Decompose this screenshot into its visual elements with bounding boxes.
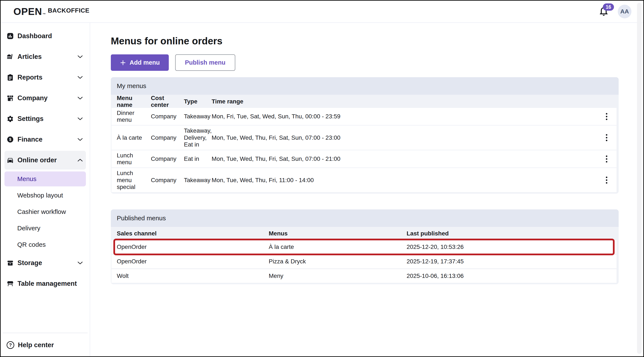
column-header: Menus [269,230,406,237]
table-row[interactable]: OpenOrder À la carte 2025-12-20, 10:53:2… [112,240,616,254]
sidebar-item-dashboard[interactable]: Dashboard [4,27,86,46]
column-header: Sales channel [117,230,269,237]
row-actions-kebab-icon[interactable] [602,133,611,142]
sidebar-item-label: Reports [18,74,42,81]
sidebar-subitem-label: Cashier workflow [17,208,66,215]
sidebar-item-storage[interactable]: Storage [4,254,86,272]
sales-channel-cell: OpenOrder [117,258,269,265]
add-menu-button[interactable]: Add menu [111,54,169,71]
page-title: Menus for online orders [111,35,643,47]
time-range-cell: Mon, Tue, Wed, Thu, Fri, 11:00 - 14:00 [212,177,592,184]
row-actions-kebab-icon[interactable] [602,112,611,121]
table-row[interactable]: Wolt Meny 2025-10-06, 16:13:06 [112,269,616,283]
table-row[interactable]: Lunch menu special Company Takeaway Mon,… [112,168,616,192]
chevron-down-icon [77,117,83,121]
storage-box-icon [6,259,14,267]
sidebar-item-settings[interactable]: Settings [4,109,86,128]
bell-icon [598,14,609,17]
sidebar-footer: ? Help center [3,333,88,357]
column-header: Type [184,98,212,105]
sidebar-item-label: Company [18,94,48,102]
notifications-button[interactable]: 16 [598,6,609,18]
logo[interactable]: OPEN ™ BACKOFFICE [14,7,89,17]
table-row[interactable]: Dinner menu Company Takeaway Mon, Fri, T… [112,108,616,125]
burger-icon [6,53,14,60]
published-menus-rows: OpenOrder À la carte 2025-12-20, 10:53:2… [111,240,619,284]
notification-count-badge: 16 [603,4,614,11]
column-header: Last published [406,230,613,237]
column-header: Time range [212,98,594,105]
chevron-down-icon [77,96,83,100]
sidebar-item-online-order[interactable]: Online order [4,151,86,170]
my-menus-rows: Dinner menu Company Takeaway Mon, Fri, T… [111,108,619,194]
help-center-button[interactable]: ? Help center [6,339,84,351]
chevron-down-icon [77,55,83,59]
sidebar: Dashboard Articles Reports [1,23,90,357]
sidebar-subitem-label: Webshop layout [17,192,63,199]
vertical-scrollbar[interactable] [637,3,642,354]
sidebar-item-label: Dashboard [18,32,52,40]
sidebar-item-finance[interactable]: $ Finance [4,130,86,149]
main-content: Menus for online orders Add menu Publish… [90,23,643,357]
cost-center-cell: Company [151,134,184,141]
topbar-right: 16 AA [598,5,632,18]
plus-icon [120,60,126,66]
table-icon [6,280,14,287]
my-menus-section-title: My menus [111,77,619,95]
published-menus-table: Published menus Sales channel Menus Last… [111,209,619,284]
menus-cell: Meny [269,272,406,279]
cost-center-cell: Company [151,177,184,184]
type-cell: Takeaway [184,113,212,120]
sidebar-item-label: Finance [18,136,42,143]
sidebar-subitem-cashier-workflow[interactable]: Cashier workflow [4,204,86,219]
sidebar-subitem-webshop-layout[interactable]: Webshop layout [4,188,86,203]
logo-text-primary: OPEN [14,7,42,17]
sales-channel-cell: OpenOrder [117,243,269,250]
clipboard-icon [6,74,14,81]
sidebar-subitem-qr-codes[interactable]: QR codes [4,237,86,252]
publish-menu-button[interactable]: Publish menu [175,54,235,71]
car-icon [6,157,14,164]
sidebar-subitem-menus[interactable]: Menus [4,171,86,186]
sidebar-subitem-delivery[interactable]: Delivery [4,221,86,236]
sidebar-subitem-label: QR codes [17,241,46,248]
highlighted-row-annotation: OpenOrder À la carte 2025-12-20, 10:53:2… [112,240,616,254]
help-center-label: Help center [18,341,54,349]
svg-text:$: $ [9,137,11,142]
table-row[interactable]: OpenOrder Pizza & Dryck 2025-12-19, 17:3… [112,255,616,268]
menus-cell: À la carte [269,243,406,250]
published-menus-column-headers: Sales channel Menus Last published [111,227,619,240]
row-actions-kebab-icon[interactable] [602,154,611,164]
my-menus-table: My menus Menu name Cost center Type Time… [111,77,619,194]
time-range-cell: Mon, Tue, Wed, Thu, Fri, Sat, Sun, 07:00… [212,155,592,162]
sidebar-item-articles[interactable]: Articles [4,47,86,66]
type-cell: Takeaway [184,177,212,184]
sidebar-item-company[interactable]: Company [4,89,86,108]
sidebar-item-table-management[interactable]: Table management [4,274,86,293]
menu-name-cell: Lunch menu special [117,170,151,190]
add-menu-label: Add menu [130,59,160,66]
table-row[interactable]: Lunch menu Company Eat in Mon, Tue, Wed,… [112,150,616,167]
dollar-coin-icon: $ [6,136,14,143]
cost-center-cell: Company [151,113,184,120]
sidebar-item-reports[interactable]: Reports [4,68,86,87]
time-range-cell: Mon, Fri, Tue, Sat, Wed, Sun, Thu, 00:00… [212,113,592,120]
user-avatar[interactable]: AA [618,5,632,18]
published-menus-section-title: Published menus [111,209,619,227]
menu-name-cell: Lunch menu [117,152,151,166]
type-cell: Takeaway, Delivery, Eat in [184,127,212,148]
last-published-cell: 2025-12-20, 10:53:26 [406,243,611,250]
sidebar-item-label: Articles [18,53,42,61]
table-row[interactable]: À la carte Company Takeaway, Delivery, E… [112,126,616,150]
last-published-cell: 2025-12-19, 17:37:45 [406,258,611,265]
menu-name-cell: À la carte [117,134,151,141]
publish-menu-label: Publish menu [185,59,226,66]
sidebar-subitem-label: Delivery [17,225,40,232]
sidebar-item-label: Table management [18,280,77,287]
sidebar-subitem-label: Menus [17,175,36,183]
chevron-down-icon [77,261,83,265]
menu-name-cell: Dinner menu [117,110,151,123]
action-buttons: Add menu Publish menu [111,54,643,71]
row-actions-kebab-icon[interactable] [602,176,611,185]
gear-icon [6,115,14,122]
